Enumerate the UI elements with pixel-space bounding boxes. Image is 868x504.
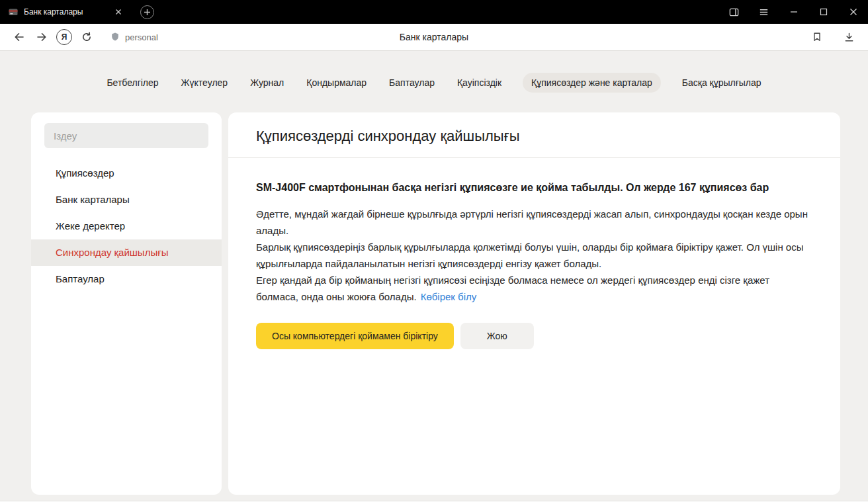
conflict-paragraph-1: Әдетте, мұндай жағдай бірнеше құрылғыда … [256,206,812,239]
conflict-paragraph-2: Барлық құпиясөздеріңіз барлық құрылғылар… [256,239,812,272]
panel-title: Құпиясөздерді синхрондау қайшылығы [256,112,812,145]
forward-button[interactable] [30,27,53,47]
sidebar-item-sync-conflict[interactable]: Синхрондау қайшылығы [31,239,222,266]
merge-storage-button[interactable]: Осы компьютердегі қоймамен біріктіру [256,323,454,349]
download-icon[interactable] [838,27,860,47]
tab-favicon-icon [8,7,19,17]
browser-window: Банк карталары [0,0,868,504]
sidebar-item-settings[interactable]: Баптаулар [31,266,222,292]
sidebar-item-personal-data[interactable]: Жеке деректер [31,213,222,239]
conflict-paragraph-3-text: Егер қандай да бір қойманың негізгі құпи… [256,274,769,302]
page-title: Банк карталары [400,32,468,42]
tab-title: Банк карталары [24,7,107,17]
bottom-strip [0,501,868,504]
sidebar: Құпиясөздер Банк карталары Жеке деректер… [31,112,222,495]
action-buttons: Осы компьютердегі қоймамен біріктіру Жою [256,323,812,349]
close-window-button[interactable] [838,0,868,24]
new-tab-button[interactable] [140,5,154,19]
sidebar-item-bank-cards[interactable]: Банк карталары [31,187,222,213]
reload-button[interactable] [75,27,98,47]
back-button[interactable] [8,27,30,47]
menu-icon[interactable] [749,0,779,24]
sidebar-item-passwords[interactable]: Құпиясөздер [31,160,222,187]
learn-more-link[interactable]: Көбірек білу [421,291,477,302]
search-input[interactable] [44,123,208,148]
nav-item-other-devices[interactable]: Басқа құрылғылар [681,73,763,93]
main-panel: Құпиясөздерді синхрондау қайшылығы SM-J4… [228,112,840,495]
nav-item-passwords-cards[interactable]: Құпиясөздер және карталар [523,73,661,93]
yandex-logo-icon[interactable]: Я [53,27,75,47]
settings-nav: Бетбелгілер Жүктеулер Журнал Қондырмалар… [0,73,868,93]
shield-icon [110,32,120,42]
bookmark-icon[interactable] [806,27,828,47]
toolbar: Я personal Банк карталары [0,24,868,51]
nav-item-history[interactable]: Журнал [249,73,285,93]
side-panel-icon[interactable] [719,0,749,24]
titlebar: Банк карталары [0,0,868,24]
delete-storage-button[interactable]: Жою [460,323,534,349]
protect-badge[interactable]: personal [105,29,163,45]
maximize-button[interactable] [808,0,838,24]
tab-close-icon[interactable] [112,6,124,18]
conflict-heading: SM-J400F смартфонынан басқа негізгі құпи… [256,179,812,196]
minimize-button[interactable] [779,0,808,24]
browser-tab[interactable]: Банк карталары [0,0,131,24]
sidebar-list: Құпиясөздер Банк карталары Жеке деректер… [31,160,222,292]
nav-item-security[interactable]: Қауіпсіздік [456,73,503,93]
nav-item-settings[interactable]: Баптаулар [388,73,436,93]
nav-item-bookmarks[interactable]: Бетбелгілер [105,73,159,93]
nav-item-downloads[interactable]: Жүктеулер [180,73,230,93]
panel-divider [228,157,840,158]
nav-item-extensions[interactable]: Қондырмалар [305,73,368,93]
conflict-paragraph-3: Егер қандай да бір қойманың негізгі құпи… [256,272,812,305]
content-area: Құпиясөздер Банк карталары Жеке деректер… [31,112,840,495]
protect-label: personal [125,32,158,42]
